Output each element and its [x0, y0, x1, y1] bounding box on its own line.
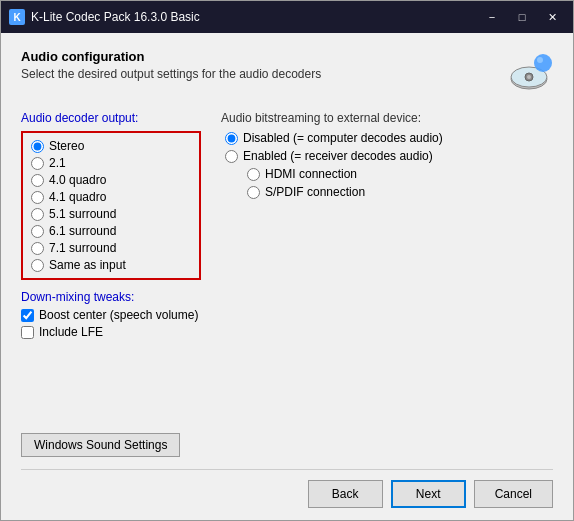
back-button[interactable]: Back [308, 480, 383, 508]
bitstreaming-group: Disabled (= computer decodes audio) Enab… [221, 131, 553, 199]
41-label: 4.1 quadro [49, 190, 106, 204]
app-icon: K [9, 9, 25, 25]
bitstream-indent: HDMI connection S/PDIF connection [225, 167, 553, 199]
main-window: K K-Lite Codec Pack 16.3.0 Basic − □ ✕ A… [0, 0, 574, 521]
content-area: Audio configuration Select the desired o… [1, 33, 573, 520]
51-label: 5.1 surround [49, 207, 116, 221]
svg-point-5 [534, 54, 552, 72]
radio-40[interactable]: 4.0 quadro [31, 173, 191, 187]
21-label: 2.1 [49, 156, 66, 170]
disabled-label: Disabled (= computer decodes audio) [243, 131, 443, 145]
cancel-label: Cancel [495, 487, 532, 501]
checkbox-lfe[interactable]: Include LFE [21, 325, 201, 339]
titlebar: K K-Lite Codec Pack 16.3.0 Basic − □ ✕ [1, 1, 573, 33]
radio-71[interactable]: 7.1 surround [31, 241, 191, 255]
windows-sound-button[interactable]: Windows Sound Settings [21, 433, 180, 457]
minimize-button[interactable]: − [479, 7, 505, 27]
radio-stereo[interactable]: Stereo [31, 139, 191, 153]
window-controls: − □ ✕ [479, 7, 565, 27]
radio-disabled[interactable]: Disabled (= computer decodes audio) [225, 131, 553, 145]
header-text: Audio configuration Select the desired o… [21, 49, 321, 81]
40-label: 4.0 quadro [49, 173, 106, 187]
footer-section: Windows Sound Settings Back Next Cancel [21, 433, 553, 508]
footer-buttons: Back Next Cancel [21, 480, 553, 508]
left-column: Audio decoder output: Stereo 2.1 4.0 qua… [21, 111, 201, 433]
back-label: Back [332, 487, 359, 501]
radio-41[interactable]: 4.1 quadro [31, 190, 191, 204]
footer-divider [21, 469, 553, 470]
bitstreaming-label: Audio bitstreaming to external device: [221, 111, 553, 125]
radio-same[interactable]: Same as input [31, 258, 191, 272]
stereo-label: Stereo [49, 139, 84, 153]
radio-21[interactable]: 2.1 [31, 156, 191, 170]
downmix-label: Down-mixing tweaks: [21, 290, 201, 304]
hdmi-label: HDMI connection [265, 167, 357, 181]
radio-enabled[interactable]: Enabled (= receiver decodes audio) [225, 149, 553, 163]
radio-61[interactable]: 6.1 surround [31, 224, 191, 238]
enabled-label: Enabled (= receiver decodes audio) [243, 149, 433, 163]
next-button[interactable]: Next [391, 480, 466, 508]
decoder-output-label: Audio decoder output: [21, 111, 201, 125]
checkbox-boost[interactable]: Boost center (speech volume) [21, 308, 201, 322]
page-title: Audio configuration [21, 49, 321, 64]
next-label: Next [416, 487, 441, 501]
61-label: 6.1 surround [49, 224, 116, 238]
71-label: 7.1 surround [49, 241, 116, 255]
spdif-label: S/PDIF connection [265, 185, 365, 199]
radio-hdmi[interactable]: HDMI connection [247, 167, 553, 181]
boost-label: Boost center (speech volume) [39, 308, 198, 322]
svg-point-4 [527, 75, 531, 79]
main-columns: Audio decoder output: Stereo 2.1 4.0 qua… [21, 111, 553, 433]
window-title: K-Lite Codec Pack 16.3.0 Basic [31, 10, 479, 24]
page-subtitle: Select the desired output settings for t… [21, 67, 321, 81]
header-icon [505, 49, 553, 97]
header-section: Audio configuration Select the desired o… [21, 49, 553, 97]
radio-51[interactable]: 5.1 surround [31, 207, 191, 221]
radio-spdif[interactable]: S/PDIF connection [247, 185, 553, 199]
cancel-button[interactable]: Cancel [474, 480, 553, 508]
audio-decoder-box: Stereo 2.1 4.0 quadro 4.1 quadro [21, 131, 201, 280]
lfe-label: Include LFE [39, 325, 103, 339]
maximize-button[interactable]: □ [509, 7, 535, 27]
footer-left: Windows Sound Settings [21, 433, 553, 457]
close-button[interactable]: ✕ [539, 7, 565, 27]
right-column: Audio bitstreaming to external device: D… [221, 111, 553, 433]
svg-point-6 [537, 57, 543, 63]
same-label: Same as input [49, 258, 126, 272]
